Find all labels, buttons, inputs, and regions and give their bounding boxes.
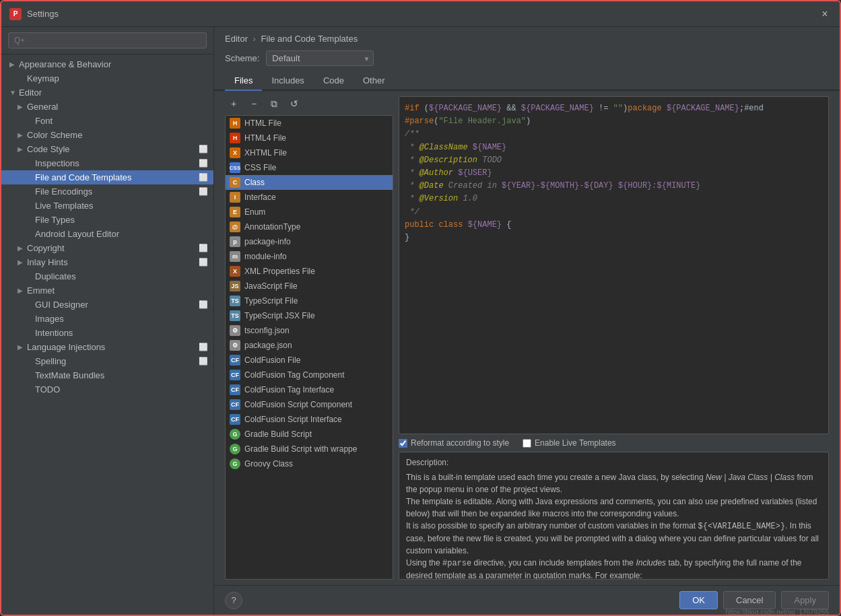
copy-template-button[interactable]: ⧉ — [265, 96, 283, 111]
cf-tag-int-icon: CF — [230, 384, 240, 395]
file-item-xhtml[interactable]: X XHTML File — [226, 145, 393, 160]
sidebar-item-file-and-code-templates[interactable]: File and Code Templates ⬜ — [1, 170, 213, 184]
sidebar-item-copyright[interactable]: ▶ Copyright ⬜ — [1, 241, 213, 255]
reformat-checkbox[interactable] — [399, 439, 407, 448]
live-templates-checkbox[interactable] — [523, 439, 531, 448]
file-item-enum[interactable]: E Enum — [226, 205, 393, 219]
reset-template-button[interactable]: ↺ — [285, 96, 303, 111]
file-item-cf-tag-comp[interactable]: CF ColdFusion Tag Component — [226, 368, 393, 382]
cf-script-comp-icon: CF — [230, 399, 240, 410]
sidebar-item-general[interactable]: ▶ General — [1, 100, 213, 114]
search-input[interactable] — [8, 32, 207, 48]
file-item-cf-tag-int[interactable]: CF ColdFusion Tag Interface — [226, 382, 393, 397]
file-item-tsconfig[interactable]: ⚙ tsconfig.json — [226, 323, 393, 338]
sidebar-item-appearance[interactable]: ▶ Appearance & Behavior — [1, 57, 213, 71]
gradle-wrapper-icon: G — [230, 444, 240, 454]
file-list: H HTML File H HTML4 File X XHTML File — [225, 115, 393, 580]
file-item-class[interactable]: C Class — [226, 175, 393, 190]
sidebar-item-images[interactable]: Images — [1, 312, 213, 326]
scheme-select[interactable]: Default — [266, 50, 374, 66]
file-item-label: ColdFusion File — [244, 355, 300, 365]
sidebar-item-textmate[interactable]: TextMate Bundles — [1, 368, 213, 382]
search-box — [1, 27, 213, 55]
file-item-html[interactable]: H HTML File — [226, 116, 393, 131]
breadcrumb-current: File and Code Templates — [261, 34, 358, 44]
sidebar-item-gui-designer[interactable]: GUI Designer ⬜ — [1, 298, 213, 312]
cancel-button[interactable]: Cancel — [723, 591, 776, 609]
file-item-css[interactable]: CSS CSS File — [226, 160, 393, 175]
file-item-tsx[interactable]: TS TypeScript JSX File — [226, 308, 393, 323]
file-item-html4[interactable]: H HTML4 File — [226, 131, 393, 145]
xml-icon: X — [230, 266, 240, 277]
reformat-checkbox-label[interactable]: Reformat according to style — [399, 438, 509, 448]
file-item-gradle[interactable]: G Gradle Build Script — [226, 427, 393, 442]
apply-button[interactable]: Apply — [781, 591, 829, 609]
tab-code[interactable]: Code — [314, 71, 354, 91]
file-item-js[interactable]: JS JavaScript File — [226, 279, 393, 294]
file-item-module-info[interactable]: m module-info — [226, 249, 393, 264]
file-item-annotation[interactable]: @ AnnotationType — [226, 219, 393, 234]
sidebar-item-android-layout-editor[interactable]: Android Layout Editor — [1, 227, 213, 241]
file-item-gradle-wrapper[interactable]: G Gradle Build Script with wrappe — [226, 442, 393, 456]
file-item-pkgjson[interactable]: ⚙ package.json — [226, 338, 393, 353]
sidebar-item-font[interactable]: Font — [1, 114, 213, 128]
js-icon: JS — [230, 281, 240, 292]
java-annotation-icon: @ — [230, 221, 240, 232]
arrow-icon: ▶ — [18, 287, 27, 294]
title-bar: P Settings × — [1, 1, 840, 27]
file-item-label: Enum — [244, 207, 265, 217]
sidebar-item-keymap[interactable]: Keymap — [1, 71, 213, 85]
sidebar-item-file-types[interactable]: File Types — [1, 213, 213, 227]
sidebar-item-file-encodings[interactable]: File Encodings ⬜ — [1, 184, 213, 199]
sidebar-item-spelling[interactable]: Spelling ⬜ — [1, 354, 213, 368]
sidebar-item-inspections[interactable]: Inspections ⬜ — [1, 156, 213, 170]
cf-script-int-icon: CF — [230, 414, 240, 425]
help-button[interactable]: ? — [225, 592, 242, 609]
sidebar-item-intentions[interactable]: Intentions — [1, 326, 213, 340]
file-item-cf[interactable]: CF ColdFusion File — [226, 353, 393, 368]
tsconfig-icon: ⚙ — [230, 325, 240, 336]
tab-includes[interactable]: Includes — [262, 71, 313, 91]
live-templates-checkbox-label[interactable]: Enable Live Templates — [523, 438, 616, 448]
file-item-xml-props[interactable]: X XML Properties File — [226, 264, 393, 279]
file-item-label: Interface — [244, 193, 276, 202]
badge-icon: ⬜ — [199, 357, 208, 366]
sidebar-item-todo[interactable]: TODO — [1, 382, 213, 397]
badge-icon: ⬜ — [199, 159, 208, 168]
sidebar-item-code-style[interactable]: ▶ Code Style ⬜ — [1, 142, 213, 156]
tab-files[interactable]: Files — [225, 71, 262, 91]
file-item-label: Gradle Build Script with wrappe — [244, 444, 357, 454]
code-editor[interactable]: #if (${PACKAGE_NAME} && ${PACKAGE_NAME} … — [399, 96, 829, 434]
sidebar-item-inlay-hints[interactable]: ▶ Inlay Hints ⬜ — [1, 255, 213, 269]
file-item-label: ColdFusion Script Component — [244, 400, 352, 409]
app-icon: P — [9, 8, 22, 20]
sidebar-item-emmet[interactable]: ▶ Emmet — [1, 283, 213, 298]
file-item-cf-script-comp[interactable]: CF ColdFusion Script Component — [226, 397, 393, 412]
sidebar-item-editor[interactable]: ▼ Editor — [1, 85, 213, 100]
sidebar-item-duplicates[interactable]: Duplicates — [1, 269, 213, 283]
file-item-cf-script-int[interactable]: CF ColdFusion Script Interface — [226, 412, 393, 427]
ts-icon: TS — [230, 296, 240, 306]
breadcrumb: Editor › File and Code Templates — [214, 27, 840, 48]
arrow-icon: ▶ — [18, 244, 27, 252]
tab-other[interactable]: Other — [354, 71, 395, 91]
file-item-label: ColdFusion Tag Interface — [244, 385, 334, 395]
groovy-icon: G — [230, 458, 240, 469]
sidebar-item-language-injections[interactable]: ▶ Language Injections ⬜ — [1, 340, 213, 354]
close-button[interactable]: × — [818, 7, 832, 21]
sidebar-item-live-templates[interactable]: Live Templates — [1, 199, 213, 213]
file-item-ts[interactable]: TS TypeScript File — [226, 294, 393, 308]
file-item-groovy[interactable]: G Groovy Class — [226, 456, 393, 471]
file-item-label: tsconfig.json — [244, 326, 290, 335]
remove-template-button[interactable]: − — [245, 96, 263, 111]
arrow-icon: ▶ — [18, 259, 27, 266]
file-item-package-info[interactable]: p package-info — [226, 234, 393, 249]
ok-button[interactable]: OK — [679, 591, 718, 609]
pkg-icon: p — [230, 236, 240, 247]
file-item-interface[interactable]: I Interface — [226, 190, 393, 205]
file-list-toolbar: + − ⧉ ↺ — [225, 96, 393, 111]
file-item-label: JavaScript File — [244, 281, 298, 291]
add-template-button[interactable]: + — [225, 96, 242, 111]
sidebar-item-color-scheme[interactable]: ▶ Color Scheme — [1, 128, 213, 142]
mod-icon: m — [230, 251, 240, 262]
